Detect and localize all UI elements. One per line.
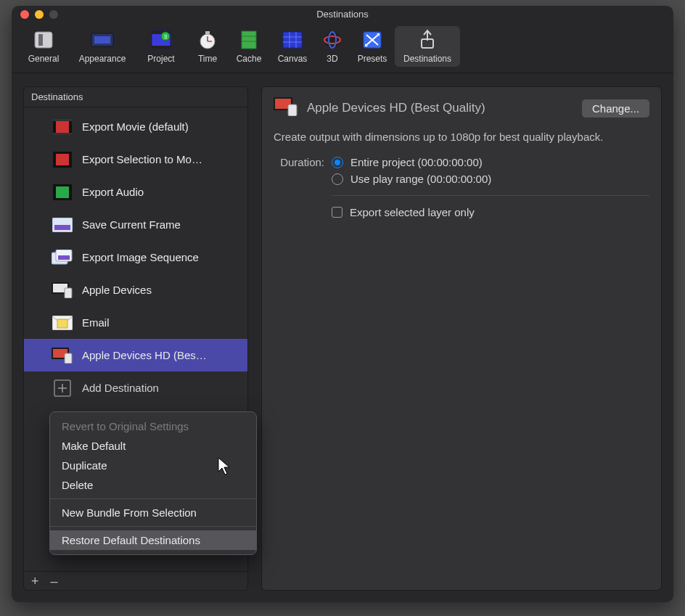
tab-label: Cache: [237, 54, 262, 64]
radio-play-range[interactable]: [332, 173, 343, 185]
devices-hd-icon: [52, 347, 73, 364]
movie-icon: [52, 118, 73, 136]
svg-point-21: [324, 32, 340, 48]
minimize-window-button[interactable]: [35, 10, 44, 19]
destinations-icon: [414, 29, 440, 51]
svg-rect-16: [283, 32, 302, 48]
tab-destinations[interactable]: Destinations: [395, 26, 460, 67]
svg-rect-34: [56, 154, 69, 165]
zoom-window-button: [49, 10, 58, 19]
tab-time[interactable]: Time: [187, 26, 228, 67]
duration-label: Duration:: [274, 156, 324, 168]
destination-title: Apple Devices HD (Best Quality): [307, 101, 573, 115]
tab-label: Project: [147, 54, 174, 64]
svg-rect-3: [94, 36, 110, 44]
list-item[interactable]: Export Audio: [24, 176, 247, 208]
ctx-restore-defaults[interactable]: Restore Default Destinations: [50, 530, 256, 550]
devices-icon: [52, 282, 73, 299]
close-window-button[interactable]: [20, 10, 29, 19]
ctx-make-default[interactable]: Make Default: [50, 436, 256, 456]
tab-label: Canvas: [278, 54, 308, 64]
tab-cache[interactable]: Cache: [228, 26, 270, 67]
list-item[interactable]: Apple Devices: [24, 274, 247, 306]
svg-rect-55: [288, 104, 297, 116]
tab-appearance[interactable]: Appearance: [70, 26, 135, 67]
3d-icon: [319, 29, 345, 51]
tab-label: Destinations: [403, 54, 451, 64]
frame-icon: [52, 216, 73, 234]
context-menu: Revert to Original Settings Make Default…: [49, 411, 257, 555]
list-item-label: Export Movie (default): [82, 120, 189, 133]
svg-rect-36: [56, 186, 69, 198]
list-item-label: Export Selection to Mo…: [82, 153, 202, 165]
canvas-icon: [279, 29, 305, 51]
svg-rect-6: [152, 46, 171, 49]
tab-project[interactable]: 3 Project: [135, 26, 187, 67]
general-icon: [30, 29, 57, 51]
svg-rect-1: [38, 34, 43, 46]
list-item-label: Add Destination: [82, 382, 159, 394]
list-item-label: Apple Devices: [82, 284, 152, 296]
window-controls: [20, 10, 58, 19]
svg-rect-0: [35, 32, 52, 48]
tab-canvas[interactable]: Canvas: [270, 26, 315, 67]
tab-label: Time: [198, 54, 217, 64]
svg-rect-46: [57, 319, 67, 328]
destination-description: Create output with dimensions up to 1080…: [274, 129, 615, 144]
list-item-label: Save Current Frame: [82, 218, 181, 231]
destination-detail-pane: Apple Devices HD (Best Quality) Change..…: [261, 86, 662, 591]
change-button[interactable]: Change...: [582, 99, 649, 118]
tab-general[interactable]: General: [17, 26, 70, 67]
destinations-sidebar: Destinations Export Movie (default) Expo…: [23, 86, 248, 591]
tab-presets[interactable]: Presets: [350, 26, 395, 67]
svg-rect-30: [56, 121, 69, 133]
image-seq-icon: [52, 249, 73, 266]
checkbox-export-layer[interactable]: [332, 207, 342, 218]
audio-icon: [52, 184, 73, 201]
titlebar: Destinations: [12, 6, 673, 22]
prefs-toolbar: General Appearance 3 Project Time Cache: [12, 22, 673, 73]
sidebar-footer: + –: [24, 571, 247, 590]
project-icon: 3: [148, 29, 174, 51]
radio-entire-project[interactable]: [332, 157, 343, 168]
plus-box-icon: [52, 379, 73, 397]
appearance-icon: [89, 29, 115, 51]
list-item-label: Export Audio: [82, 186, 144, 198]
list-item[interactable]: Email: [24, 306, 247, 339]
svg-rect-10: [205, 31, 210, 34]
cursor-icon: [218, 457, 232, 476]
ctx-delete[interactable]: Delete: [50, 475, 256, 495]
movie-icon: [52, 151, 73, 168]
destination-detail-icon: [274, 97, 298, 119]
time-icon: [194, 29, 221, 51]
list-item-selected[interactable]: Apple Devices HD (Bes…: [24, 339, 247, 371]
tab-label: General: [28, 54, 60, 64]
svg-rect-38: [54, 225, 70, 230]
list-item[interactable]: Save Current Frame: [24, 208, 247, 241]
window-title: Destinations: [316, 9, 369, 20]
email-icon: [52, 314, 73, 332]
list-item-label: Email: [82, 316, 110, 329]
ctx-revert: Revert to Original Settings: [50, 416, 256, 436]
svg-rect-41: [58, 255, 70, 260]
list-item[interactable]: Export Selection to Mo…: [24, 143, 247, 176]
remove-button[interactable]: –: [51, 575, 58, 588]
svg-rect-49: [65, 353, 72, 364]
radio-entire-project-label: Entire project (00:00:00:00): [350, 156, 483, 168]
add-button[interactable]: +: [31, 575, 39, 588]
radio-play-range-label: Use play range (00:00:00:00): [350, 173, 491, 185]
tab-3d[interactable]: 3D: [315, 26, 350, 67]
svg-rect-13: [242, 31, 256, 49]
checkbox-export-layer-label: Export selected layer only: [350, 206, 475, 218]
tab-label: 3D: [327, 54, 337, 64]
tab-label: Presets: [358, 54, 387, 64]
sidebar-header: Destinations: [24, 87, 247, 107]
ctx-separator: [50, 498, 256, 499]
list-item[interactable]: Export Image Sequence: [24, 241, 247, 274]
svg-marker-56: [218, 458, 229, 475]
add-destination-row[interactable]: Add Destination: [24, 371, 247, 404]
ctx-new-bundle[interactable]: New Bundle From Selection: [50, 503, 256, 522]
presets-icon: [359, 29, 385, 51]
tab-label: Appearance: [79, 54, 126, 64]
list-item[interactable]: Export Movie (default): [24, 110, 247, 143]
